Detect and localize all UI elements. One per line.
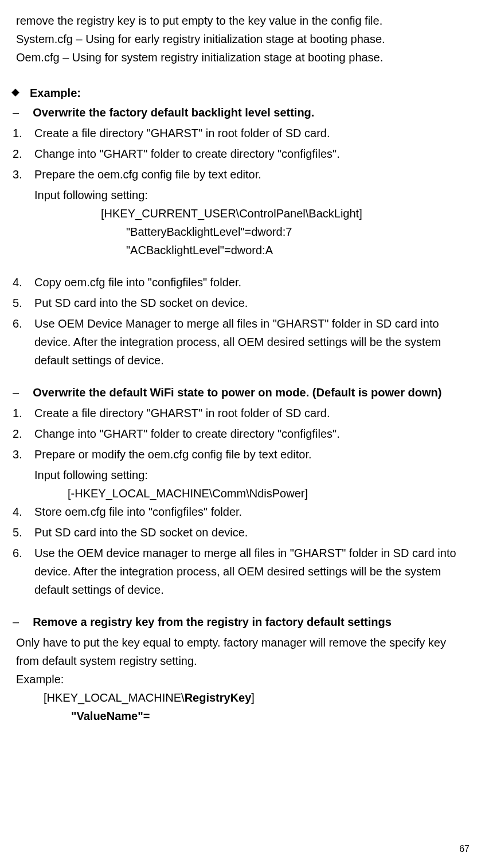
step-number: 2. — [13, 425, 34, 443]
code-line: "ValueName"= — [16, 707, 470, 725]
step-item: 5. Put SD card into the SD socket on dev… — [13, 523, 470, 542]
section-3-example-label: Example: — [16, 670, 470, 688]
section-2-steps: 1. Create a file directory "GHARST" in r… — [11, 404, 470, 599]
step-subtext: Input following setting: — [13, 466, 470, 484]
code-suffix: ] — [251, 691, 255, 704]
step-number: 3. — [13, 445, 34, 464]
step-number: 4. — [13, 273, 34, 291]
step-text: Prepare the oem.cfg config file by text … — [34, 165, 470, 184]
step-text: Put SD card into the SD socket on device… — [34, 294, 470, 312]
intro-paragraph: remove the registry key is to put empty … — [11, 11, 470, 67]
step-number: 6. — [13, 314, 34, 333]
section-2-heading: – Overwrite the default WiFi state to po… — [11, 383, 470, 402]
step-text: Use the OEM device manager to merge all … — [34, 544, 470, 599]
step-number: 1. — [13, 404, 34, 422]
step-item: 4. Store oem.cfg file into "configfiles"… — [13, 503, 470, 521]
step-number: 6. — [13, 544, 34, 562]
step-item: 1. Create a file directory "GHARST" in r… — [13, 124, 470, 142]
dash-bullet-icon: – — [13, 613, 19, 631]
step-item: 2. Change into "GHART" folder to create … — [13, 145, 470, 163]
step-text: Prepare or modify the oem.cfg config fil… — [34, 445, 470, 464]
intro-line-3: Oem.cfg – Using for system registry init… — [16, 48, 470, 67]
section-3-heading: – Remove a registry key from the registr… — [11, 613, 470, 631]
step-number: 5. — [13, 294, 34, 312]
step-item: 6. Use the OEM device manager to merge a… — [13, 544, 470, 599]
code-line: [-HKEY_LOCAL_MACHINE\Comm\NdisPower] — [13, 484, 470, 503]
example-heading: ◆ Example: — [11, 84, 470, 102]
step-number: 3. — [13, 165, 34, 184]
step-text: Change into "GHART" folder to create dir… — [34, 145, 470, 163]
code-bold: RegistryKey — [185, 691, 252, 704]
step-item: 3. Prepare or modify the oem.cfg config … — [13, 445, 470, 464]
step-text: Store oem.cfg file into "configfiles" fo… — [34, 503, 470, 521]
dash-bullet-icon: – — [13, 103, 19, 122]
code-line: "BatteryBacklightLevel"=dword:7 — [13, 223, 470, 241]
step-number: 4. — [13, 503, 34, 521]
step-item: 6. Use OEM Device Manager to merge all f… — [13, 314, 470, 369]
step-item: 3. Prepare the oem.cfg config file by te… — [13, 165, 470, 184]
code-line: [HKEY_CURRENT_USER\ControlPanel\BackLigh… — [13, 204, 470, 223]
section-3-text: Only have to put the key equal to empty.… — [16, 633, 470, 670]
step-text: Change into "GHART" folder to create dir… — [34, 425, 470, 443]
diamond-bullet-icon: ◆ — [11, 84, 19, 100]
step-text: Create a file directory "GHARST" in root… — [34, 404, 470, 422]
section-2-title: Overwrite the default WiFi state to powe… — [33, 383, 470, 402]
step-item: 2. Change into "GHART" folder to create … — [13, 425, 470, 443]
step-number: 5. — [13, 523, 34, 542]
step-number: 2. — [13, 145, 34, 163]
step-item: 4. Copy oem.cfg file into "configfiles" … — [13, 273, 470, 291]
step-text: Put SD card into the SD socket on device… — [34, 523, 470, 542]
step-subtext: Input following setting: — [13, 186, 470, 204]
example-label: Example: — [30, 84, 81, 102]
section-3-body: Only have to put the key equal to empty.… — [11, 633, 470, 725]
dash-bullet-icon: – — [13, 383, 19, 402]
code-line: [HKEY_LOCAL_MACHINE\RegistryKey] — [16, 688, 470, 707]
intro-line-1: remove the registry key is to put empty … — [16, 11, 470, 30]
step-text: Create a file directory "GHARST" in root… — [34, 124, 470, 142]
step-text: Copy oem.cfg file into "configfiles" fol… — [34, 273, 470, 291]
code-prefix: [HKEY_LOCAL_MACHINE\ — [44, 691, 185, 704]
section-1-steps: 1. Create a file directory "GHARST" in r… — [11, 124, 470, 369]
step-text: Use OEM Device Manager to merge all file… — [34, 314, 470, 369]
step-item: 5. Put SD card into the SD socket on dev… — [13, 294, 470, 312]
section-1-title: Overwrite the factory default backlight … — [33, 103, 470, 122]
section-3-title: Remove a registry key from the registry … — [33, 613, 470, 631]
code-line: "ACBacklightLevel"=dword:A — [13, 241, 470, 259]
intro-line-2: System.cfg – Using for early registry in… — [16, 30, 470, 48]
section-1-heading: – Overwrite the factory default backligh… — [11, 103, 470, 122]
step-number: 1. — [13, 124, 34, 142]
step-item: 1. Create a file directory "GHARST" in r… — [13, 404, 470, 422]
